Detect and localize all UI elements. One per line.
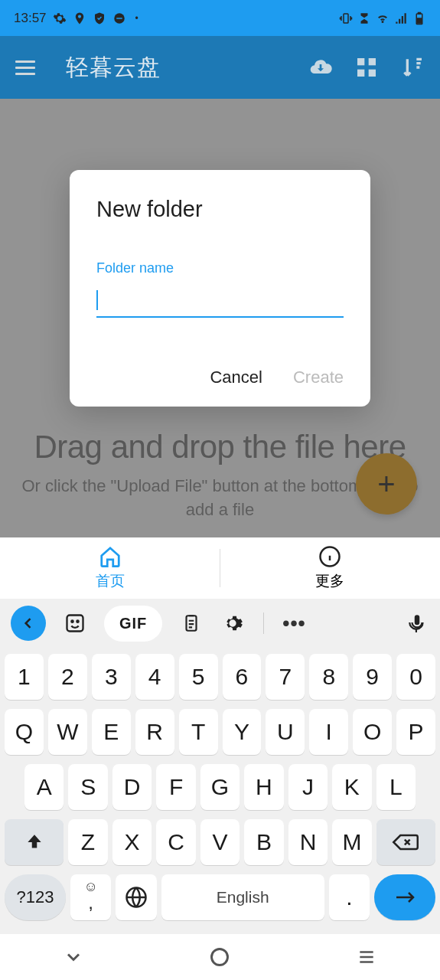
key-f[interactable]: F — [156, 764, 195, 810]
dialog-title: New folder — [96, 197, 344, 222]
key-k[interactable]: K — [332, 764, 371, 810]
key-space[interactable]: English — [161, 874, 324, 920]
key-period[interactable]: . — [329, 874, 370, 920]
svg-point-12 — [71, 621, 73, 622]
more-icon[interactable]: ••• — [282, 612, 305, 635]
app-title: 轻暮云盘 — [66, 52, 308, 83]
key-o[interactable]: O — [353, 709, 392, 755]
tab-home-label: 首页 — [96, 571, 125, 591]
key-m[interactable]: M — [332, 819, 372, 865]
key-s[interactable]: S — [68, 764, 107, 810]
folder-name-label: Folder name — [96, 260, 344, 276]
key-symbols[interactable]: ?123 — [5, 874, 66, 920]
key-d[interactable]: D — [112, 764, 152, 810]
key-x[interactable]: X — [112, 819, 152, 865]
key-shift[interactable] — [5, 819, 64, 865]
mic-icon[interactable] — [405, 611, 429, 635]
divider — [263, 612, 264, 634]
key-u[interactable]: U — [266, 709, 305, 755]
folder-name-input[interactable] — [96, 284, 344, 318]
key-1[interactable]: 1 — [5, 654, 44, 700]
volte-icon — [357, 11, 371, 25]
dot-icon: • — [135, 13, 139, 24]
keyboard-row-zxcv: Z X C V B N M — [5, 819, 435, 865]
key-enter[interactable] — [374, 874, 435, 920]
key-8[interactable]: 8 — [309, 654, 348, 700]
vibrate-icon — [339, 11, 353, 25]
key-6[interactable]: 6 — [223, 654, 262, 700]
key-language[interactable] — [116, 874, 156, 920]
key-i[interactable]: I — [309, 709, 348, 755]
key-l[interactable]: L — [376, 764, 416, 810]
svg-rect-11 — [67, 616, 83, 632]
tab-home[interactable]: 首页 — [0, 537, 220, 599]
svg-point-13 — [77, 621, 78, 622]
svg-rect-4 — [418, 18, 422, 23]
svg-rect-2 — [344, 14, 348, 23]
key-v[interactable]: V — [200, 819, 240, 865]
key-backspace[interactable] — [376, 819, 435, 865]
create-button[interactable]: Create — [293, 368, 344, 387]
menu-button[interactable] — [15, 60, 35, 75]
key-b[interactable]: B — [244, 819, 284, 865]
bottom-tabs: 首页 更多 — [0, 537, 440, 599]
gear-icon — [53, 11, 67, 25]
location-icon — [73, 11, 86, 25]
key-comma[interactable]: ☺ , — [70, 874, 111, 920]
key-a[interactable]: A — [24, 764, 64, 810]
key-w[interactable]: W — [48, 709, 87, 755]
svg-rect-6 — [357, 58, 364, 65]
app-bar: 轻暮云盘 — [0, 36, 440, 99]
key-c[interactable]: C — [156, 819, 196, 865]
key-n[interactable]: N — [288, 819, 328, 865]
key-3[interactable]: 3 — [92, 654, 131, 700]
key-0[interactable]: 0 — [396, 654, 435, 700]
nav-back-button[interactable] — [58, 942, 89, 972]
home-icon — [99, 545, 122, 568]
keyboard: GIF ••• 1 2 3 4 5 6 7 8 9 0 Q W E — [0, 599, 440, 934]
nav-recent-button[interactable] — [351, 942, 382, 972]
key-j[interactable]: J — [288, 764, 328, 810]
key-r[interactable]: R — [135, 709, 174, 755]
clipboard-icon[interactable] — [179, 611, 204, 635]
battery-icon — [412, 11, 426, 25]
key-q[interactable]: Q — [5, 709, 44, 755]
status-time: 13:57 — [14, 11, 47, 26]
svg-point-16 — [212, 949, 228, 965]
key-7[interactable]: 7 — [266, 654, 305, 700]
key-z[interactable]: Z — [68, 819, 108, 865]
keyboard-row-numbers: 1 2 3 4 5 6 7 8 9 0 — [5, 654, 435, 700]
key-y[interactable]: Y — [223, 709, 262, 755]
sticker-icon[interactable] — [63, 611, 87, 635]
info-icon — [318, 545, 341, 568]
svg-rect-1 — [116, 18, 122, 19]
svg-rect-9 — [369, 70, 376, 77]
svg-rect-7 — [369, 58, 376, 65]
new-folder-dialog: New folder Folder name Cancel Create — [70, 170, 370, 407]
keyboard-row-qwerty: Q W E R T Y U I O P — [5, 709, 435, 755]
do-not-disturb-icon — [112, 11, 126, 25]
sort-icon[interactable] — [400, 55, 425, 80]
key-g[interactable]: G — [200, 764, 240, 810]
settings-icon[interactable] — [220, 611, 245, 635]
key-4[interactable]: 4 — [135, 654, 174, 700]
signal-icon — [394, 11, 408, 25]
key-e[interactable]: E — [92, 709, 131, 755]
cancel-button[interactable]: Cancel — [210, 368, 262, 387]
gif-button[interactable]: GIF — [104, 606, 162, 642]
nav-home-button[interactable] — [204, 942, 235, 972]
cloud-download-icon[interactable] — [308, 55, 333, 80]
key-2[interactable]: 2 — [48, 654, 87, 700]
grid-view-icon[interactable] — [354, 55, 379, 80]
key-p[interactable]: P — [396, 709, 435, 755]
status-bar: 13:57 • — [0, 0, 440, 36]
keyboard-toolbar: GIF ••• — [0, 599, 440, 648]
key-h[interactable]: H — [244, 764, 283, 810]
tab-more[interactable]: 更多 — [220, 537, 441, 599]
key-5[interactable]: 5 — [179, 654, 218, 700]
keyboard-back-button[interactable] — [11, 606, 46, 641]
key-t[interactable]: T — [179, 709, 218, 755]
keyboard-row-bottom: ?123 ☺ , English . — [5, 874, 435, 920]
key-9[interactable]: 9 — [353, 654, 392, 700]
shield-icon — [93, 11, 106, 25]
